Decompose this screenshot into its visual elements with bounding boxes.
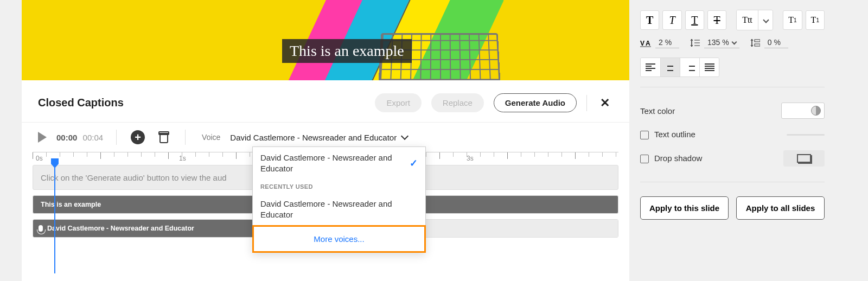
underline-button[interactable]: T (685, 10, 704, 30)
text-color-swatch[interactable] (781, 103, 825, 119)
ruler-label-0s: 0s (36, 155, 43, 162)
text-color-label: Text color (640, 106, 675, 116)
outline-preview[interactable] (787, 134, 825, 136)
align-right-button[interactable] (680, 58, 699, 76)
text-outline-checkbox[interactable] (640, 131, 649, 139)
voice-option-recent[interactable]: David Castlemore - Newsreader and Educat… (253, 193, 425, 226)
chevron-down-icon (758, 10, 774, 30)
text-outline-label: Text outline (654, 130, 695, 139)
ruler-label-3s: 3s (467, 155, 474, 162)
shadow-rect-icon (797, 154, 811, 163)
voice-option-label: David Castlemore - Newsreader and Educat… (260, 199, 418, 221)
closed-captions-actions: Export Replace Generate Audio ✕ (375, 93, 613, 112)
svg-rect-8 (755, 40, 760, 42)
slide-caption-overlay[interactable]: This is an example (282, 39, 412, 63)
closed-captions-title: Closed Captions (38, 97, 124, 109)
trash-icon (158, 131, 169, 143)
bold-button[interactable]: T (640, 10, 659, 30)
time-total: 00:04 (83, 133, 104, 142)
text-outline-row: Text outline (640, 124, 825, 145)
apply-to-all-slides-button[interactable]: Apply to all slides (736, 196, 825, 220)
closed-captions-header: Closed Captions Export Replace Generate … (22, 80, 629, 118)
divider (116, 130, 117, 145)
ruler-label-1s: 1s (179, 155, 186, 162)
align-justify-button[interactable] (699, 58, 719, 76)
paragraph-spacing-icon (750, 39, 760, 47)
voice-dropdown-menu: David Castlemore - Newsreader and Educat… (252, 146, 426, 253)
paragraph-spacing-control[interactable]: 0 % (750, 37, 788, 48)
check-icon: ✓ (410, 157, 418, 170)
line-height-value[interactable]: 135 % (704, 37, 739, 48)
line-height-icon (690, 39, 700, 47)
voice-option-label: David Castlemore - Newsreader and Educat… (260, 152, 410, 175)
playhead[interactable] (54, 159, 55, 273)
closed-captions-toolbar: 00:00 00:04 + Voice David Castlemore - N… (22, 122, 629, 150)
dropdown-section-header: RECENTLY USED (253, 180, 425, 193)
voice-selected-value: David Castlemore - Newsreader and Educat… (230, 133, 397, 142)
text-case-value: Ttt (737, 10, 758, 30)
voice-select[interactable]: David Castlemore - Newsreader and Educat… (230, 133, 407, 142)
close-icon[interactable]: ✕ (597, 96, 613, 110)
tracking-value[interactable]: 2 % (655, 37, 679, 48)
chevron-down-icon (401, 132, 409, 140)
divider (640, 87, 825, 87)
align-left-button[interactable] (641, 58, 660, 76)
paragraph-spacing-value[interactable]: 0 % (764, 37, 788, 48)
superscript-button[interactable]: T1 (783, 10, 802, 30)
text-case-select[interactable]: Ttt (736, 10, 773, 30)
generate-audio-button[interactable]: Generate Audio (494, 93, 577, 112)
svg-text:V: V (640, 40, 644, 47)
plus-icon: + (131, 130, 145, 144)
time-current: 00:00 (56, 133, 77, 142)
drop-shadow-checkbox[interactable] (640, 155, 649, 163)
drop-shadow-preview[interactable] (783, 150, 825, 167)
add-caption-button[interactable]: + (130, 129, 146, 145)
line-height-control[interactable]: 135 % (690, 37, 739, 48)
play-icon[interactable] (38, 132, 47, 143)
more-voices-link[interactable]: More voices... (252, 225, 426, 253)
voice-option-selected[interactable]: David Castlemore - Newsreader and Educat… (253, 147, 425, 180)
export-button[interactable]: Export (375, 93, 421, 112)
svg-text:A: A (646, 40, 650, 47)
slide-preview: This is an example (22, 0, 629, 80)
strikethrough-button[interactable]: T (707, 10, 726, 30)
voice-track-label-a: David Castlemore - Newsreader and Educat… (47, 225, 194, 232)
tracking-control[interactable]: VA 2 % (640, 37, 679, 48)
text-properties-panel: T T T T Ttt T1 T1 VA 2 % 135 % (640, 10, 825, 220)
drop-shadow-row: Drop shadow (640, 145, 825, 172)
divider (640, 182, 825, 182)
delete-caption-button[interactable] (156, 129, 172, 145)
text-align-segmented (640, 58, 719, 77)
divider (185, 130, 186, 145)
divider (586, 95, 587, 111)
svg-rect-9 (755, 44, 760, 46)
tracking-icon: VA (640, 39, 651, 47)
subscript-button[interactable]: T1 (806, 10, 825, 30)
voice-label: Voice (202, 133, 220, 142)
replace-button[interactable]: Replace (431, 93, 484, 112)
apply-to-this-slide-button[interactable]: Apply to this slide (640, 196, 729, 220)
italic-button[interactable]: T (662, 10, 681, 30)
align-center-button[interactable] (660, 58, 680, 76)
time-display: 00:00 00:04 (56, 133, 103, 142)
text-color-row: Text color (640, 97, 825, 124)
drop-shadow-label: Drop shadow (654, 154, 702, 163)
editor-canvas: This is an example Closed Captions Expor… (22, 0, 629, 281)
microphone-icon (39, 225, 43, 232)
color-circle-icon (811, 106, 821, 116)
